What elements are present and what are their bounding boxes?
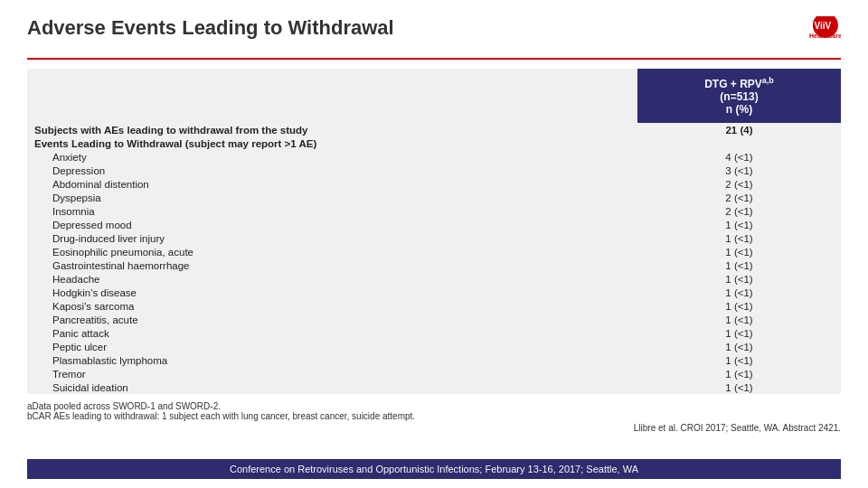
svg-text:Healthcare: Healthcare [809,33,841,39]
row-value: 2 (<1) [637,204,841,218]
row-label: Insomnia [27,204,637,218]
table-row: Pancreatitis, acute1 (<1) [27,313,841,326]
table-row: Plasmablastic lymphoma1 (<1) [27,353,841,367]
row-label: Hodgkin's disease [27,286,637,299]
row-value: 21 (4) [637,123,841,136]
row-label: Kaposi's sarcoma [27,299,637,313]
row-value: 1 (<1) [637,340,841,353]
row-label: Depressed mood [27,218,637,231]
row-value: 1 (<1) [637,313,841,326]
footnote-b: bCAR AEs leading to withdrawal: 1 subjec… [27,411,841,421]
row-label: Suicidal ideation [27,380,637,394]
col-header-line2: (n=513) [720,90,758,103]
table-row: Tremor1 (<1) [27,367,841,380]
row-label: Plasmablastic lymphoma [27,353,637,367]
col-header-line3: n (%) [726,103,752,116]
row-value: 1 (<1) [637,218,841,231]
table-row: Eosinophilic pneumonia, acute1 (<1) [27,245,841,258]
row-value: 1 (<1) [637,286,841,299]
table-row: Abdominal distention2 (<1) [27,177,841,191]
row-value: 4 (<1) [637,150,841,164]
table-row: Subjects with AEs leading to withdrawal … [27,123,841,136]
table-row: Peptic ulcer1 (<1) [27,340,841,353]
row-value: 3 (<1) [637,164,841,177]
table-row: Events Leading to Withdrawal (subject ma… [27,136,841,150]
table-row: Depressed mood1 (<1) [27,218,841,231]
row-label: Abdominal distention [27,177,637,191]
row-label: Events Leading to Withdrawal (subject ma… [27,136,637,150]
footer-bar: Conference on Retroviruses and Opportuni… [27,459,841,479]
row-label: Headache [27,272,637,286]
row-label: Pancreatitis, acute [27,313,637,326]
table-row: Hodgkin's disease1 (<1) [27,286,841,299]
row-label: Tremor [27,367,637,380]
table-row: Insomnia2 (<1) [27,204,841,218]
table-row: Drug-induced liver injury1 (<1) [27,231,841,245]
title-divider [27,58,841,60]
table-row: Headache1 (<1) [27,272,841,286]
column-header: DTG + RPVa,b (n=513) n (%) [637,69,841,123]
row-label: Eosinophilic pneumonia, acute [27,245,637,258]
row-label: Gastrointestinal haemorrhage [27,258,637,272]
row-value: 1 (<1) [637,272,841,286]
svg-text:ViiV: ViiV [814,21,831,31]
table-row: Suicidal ideation1 (<1) [27,380,841,394]
table-row: Anxiety4 (<1) [27,150,841,164]
row-value: 1 (<1) [637,245,841,258]
citation: Llibre et al. CROI 2017; Seattle, WA. Ab… [27,423,841,433]
row-value: 1 (<1) [637,299,841,313]
row-label: Anxiety [27,150,637,164]
table-row: Gastrointestinal haemorrhage1 (<1) [27,258,841,272]
row-value: 2 (<1) [637,177,841,191]
viiv-logo: ViiV Healthcare [778,16,841,52]
col-header-line1: DTG + RPVa,b [704,78,774,90]
row-label: Panic attack [27,326,637,340]
row-label: Depression [27,164,637,177]
row-value: 1 (<1) [637,353,841,367]
row-value: 1 (<1) [637,380,841,394]
row-label: Drug-induced liver injury [27,231,637,245]
row-value: 1 (<1) [637,231,841,245]
row-label: Dyspepsia [27,191,637,204]
row-value: 2 (<1) [637,191,841,204]
table-row: Kaposi's sarcoma1 (<1) [27,299,841,313]
row-value [637,136,841,150]
ae-table: DTG + RPVa,b (n=513) n (%) Subjects with… [27,69,841,394]
row-label: Subjects with AEs leading to withdrawal … [27,123,637,136]
row-value: 1 (<1) [637,367,841,380]
table-row: Depression3 (<1) [27,164,841,177]
table-row: Dyspepsia2 (<1) [27,191,841,204]
footnotes: aData pooled across SWORD-1 and SWORD-2.… [27,401,841,421]
table-row: Panic attack1 (<1) [27,326,841,340]
row-value: 1 (<1) [637,258,841,272]
row-label: Peptic ulcer [27,340,637,353]
col-header-sup: a,b [762,76,774,85]
page-title: Adverse Events Leading to Withdrawal [27,16,394,40]
main-content: DTG + RPVa,b (n=513) n (%) Subjects with… [27,69,841,454]
table-container: DTG + RPVa,b (n=513) n (%) Subjects with… [27,69,841,454]
footnote-a: aData pooled across SWORD-1 and SWORD-2. [27,401,841,411]
row-value: 1 (<1) [637,326,841,340]
